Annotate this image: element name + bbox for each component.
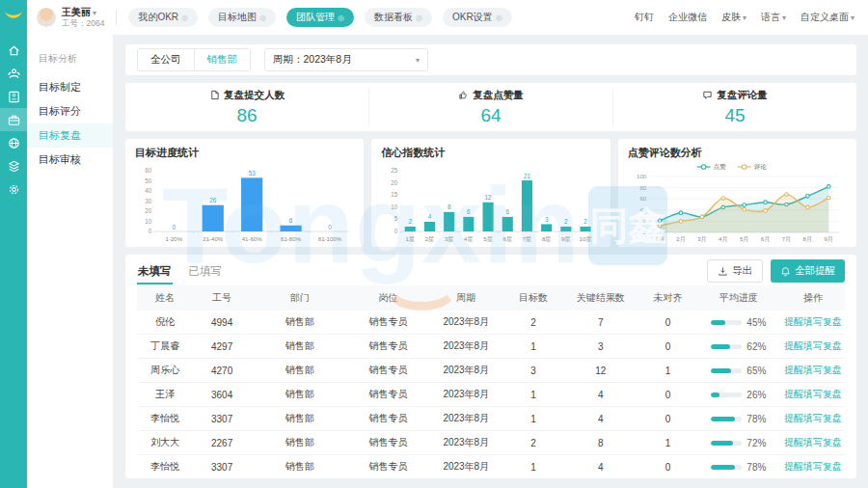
key-result-count: 8 [561,431,639,455]
progress-percent: 65% [746,366,766,376]
goal-count: 3 [505,359,562,383]
topbar: 王美丽▾ 工号：2064 我的OKR◎ 目标地图◎ 团队管理◎ 数据看板◎ OK… [27,0,868,35]
dingtalk-link[interactable]: 钉钉 [635,11,654,24]
employee-name: 刘大大 [137,431,194,455]
svg-text:4星: 4星 [464,235,473,242]
col-department: 部门 [250,285,349,311]
table-toolbar: 未填写 已填写 导出 全部提醒 [137,257,845,285]
wecom-link[interactable]: 企业微信 [668,11,707,24]
remind-fill-review-link[interactable]: 提醒填写复盘 [784,389,842,399]
skin-menu[interactable]: 皮肤▾ [721,11,746,24]
sidebar: 目标分析 目标制定 目标评分 目标复盘 目标审核 [27,35,114,488]
svg-text:8月: 8月 [802,235,811,243]
nav-tab-goal-map[interactable]: 目标地图◎ [208,8,276,27]
remind-fill-review-link[interactable]: 提醒填写复盘 [784,437,842,447]
svg-text:2: 2 [564,218,568,225]
goal-count: 2 [505,431,562,455]
svg-text:41-60%: 41-60% [242,235,263,242]
stat-value: 45 [613,105,856,126]
period: 2023年8月 [427,359,505,383]
unaligned-count: 1 [639,359,696,383]
rail-item-layers[interactable] [0,154,27,177]
unaligned-count: 0 [639,311,696,335]
rail-item-team[interactable] [0,62,27,85]
period: 2023年8月 [427,431,505,455]
scope-switcher: 全公司 销售部 [137,48,251,71]
nav-tab-team-management[interactable]: 团队管理◎ [286,8,354,27]
position: 销售专员 [349,407,427,431]
svg-text:5月: 5月 [740,235,748,243]
svg-text:10星: 10星 [580,235,592,242]
period-select[interactable]: 周期：2023年8月 ▾ [264,48,428,71]
sidebar-item-goal-review[interactable]: 目标复盘 [27,123,113,148]
table-row: 李怡悦3307销售部销售专员2023年8月14078%提醒填写复盘 [137,455,845,479]
review-table-card: 未填写 已填写 导出 全部提醒 姓名 工号 部门 岗位 [125,255,856,478]
remind-fill-review-link[interactable]: 提醒填写复盘 [784,340,842,351]
table-body: 倪伦4994销售部销售专员2023年8月27045%提醒填写复盘丁晨睿4297销… [137,311,845,478]
goal-progress-chart-card: 目标进度统计 010203040506001-20%2621-40%5341-6… [125,139,364,247]
bell-icon [780,266,791,277]
actions-cell: 提醒填写复盘 [781,311,845,335]
rail-item-workspace[interactable] [0,108,27,131]
rail-item-settings[interactable] [0,177,27,201]
user-block[interactable]: 王美丽▾ 工号：2064 [62,6,104,28]
chart-title: 点赞评论数分析 [628,146,847,160]
employee-name: 倪伦 [137,311,194,335]
nav-tab-my-okr[interactable]: 我的OKR◎ [128,8,198,27]
download-icon [718,266,728,277]
average-progress-cell: 72% [696,431,781,455]
department: 销售部 [250,311,349,335]
employee-id: 4297 [194,335,251,359]
table-row: 李怡悦3307销售部销售专员2023年8月14078%提醒填写复盘 [137,407,845,431]
employee-id: 4270 [194,359,251,383]
progress-bar [711,417,742,421]
position: 销售专员 [349,431,427,455]
language-menu[interactable]: 语言▾ [761,11,786,24]
nav-tab-okr-settings[interactable]: OKR设置◎ [443,8,512,27]
svg-text:3月: 3月 [697,235,706,243]
progress-bar [711,368,742,373]
circle-icon: ◎ [338,14,344,22]
nav-tab-label: 数据看板 [374,11,413,24]
chevron-down-icon: ▾ [782,14,786,22]
stat-value: 86 [125,105,368,126]
remind-fill-review-link[interactable]: 提醒填写复盘 [784,461,842,472]
app-rail [0,0,27,488]
svg-text:26: 26 [209,197,217,203]
nav-tab-dashboard[interactable]: 数据看板◎ [365,8,432,27]
rail-item-globe[interactable] [0,131,27,154]
sidebar-item-goal-setting[interactable]: 目标制定 [27,75,113,99]
remind-fill-review-link[interactable]: 提醒填写复盘 [784,316,842,327]
stat-review-likes: 复盘点赞量 64 [368,89,612,126]
sidebar-item-goal-audit[interactable]: 目标审核 [27,148,113,172]
app-logo[interactable] [0,0,27,33]
employee-id: 3307 [194,407,251,431]
smile-logo-icon [4,11,23,22]
export-button[interactable]: 导出 [707,259,763,283]
employee-id: 2267 [194,431,251,455]
tab-filled[interactable]: 已填写 [188,258,224,285]
progress-percent: 45% [746,317,766,328]
remind-fill-review-link[interactable]: 提醒填写复盘 [784,365,842,375]
actions-cell: 提醒填写复盘 [781,407,845,431]
tab-not-filled[interactable]: 未填写 [137,258,173,285]
col-unaligned: 未对齐 [639,285,696,311]
scope-all-company-button[interactable]: 全公司 [138,49,194,70]
position: 销售专员 [349,311,427,335]
avatar[interactable] [37,8,56,27]
rail-item-home[interactable] [0,39,27,62]
sidebar-item-goal-scoring[interactable]: 目标评分 [27,99,113,123]
remind-all-button[interactable]: 全部提醒 [771,259,845,283]
svg-text:9星: 9星 [561,235,570,242]
scope-sales-dept-button[interactable]: 销售部 [194,49,251,70]
divider [116,10,117,25]
progress-bar [711,441,742,446]
period: 2023年8月 [427,311,505,335]
position: 销售专员 [349,383,427,407]
remind-fill-review-link[interactable]: 提醒填写复盘 [784,413,842,423]
svg-text:1-20%: 1-20% [166,235,183,242]
custom-desktop-menu[interactable]: 自定义桌面▾ [800,11,854,24]
rail-item-profile[interactable] [0,85,27,108]
confidence-index-chart-card: 信心指数统计 051015202521星42星83星64星125星66星217星… [371,139,610,247]
nav-tab-label: OKR设置 [452,11,493,24]
